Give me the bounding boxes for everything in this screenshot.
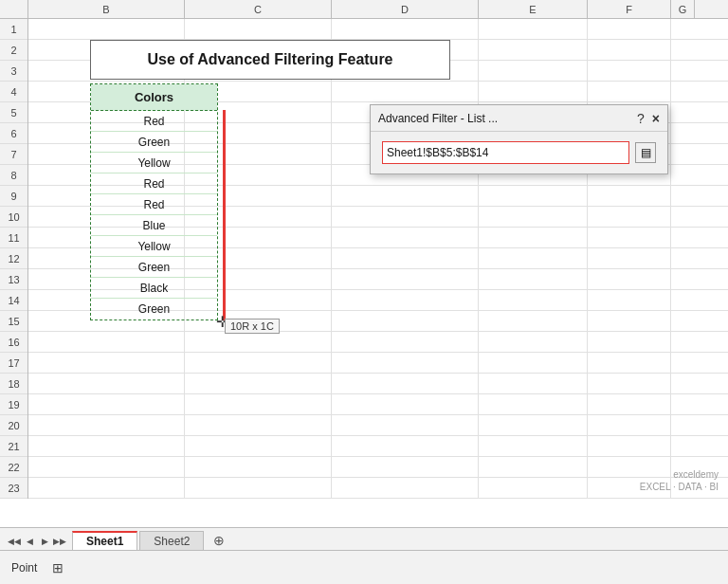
selection-border-vertical bbox=[223, 110, 226, 320]
tab-first-arrow[interactable]: ◀◀ bbox=[8, 533, 21, 550]
tab-last-arrow[interactable]: ▶▶ bbox=[53, 533, 66, 550]
col-header-c: C bbox=[185, 0, 332, 18]
selection-tooltip: 10R x 1C bbox=[225, 319, 280, 334]
collapse-dialog-button[interactable]: ▤ bbox=[635, 142, 656, 163]
dialog-help-button[interactable]: ? bbox=[637, 111, 645, 126]
row-num-2: 2 bbox=[0, 40, 27, 61]
colors-cell-red1[interactable]: Red bbox=[91, 111, 217, 132]
grid-row-17 bbox=[28, 353, 728, 374]
add-sheet-button[interactable]: ⊕ bbox=[209, 531, 228, 550]
col-header-d: D bbox=[332, 0, 479, 18]
row-num-22: 22 bbox=[0, 457, 27, 478]
row-num-21: 21 bbox=[0, 436, 27, 457]
row-num-23: 23 bbox=[0, 478, 27, 499]
colors-cell-red3[interactable]: Red bbox=[91, 194, 217, 215]
row-num-6: 6 bbox=[0, 123, 27, 144]
grid-row-19 bbox=[28, 394, 728, 415]
col-header-e: E bbox=[479, 0, 588, 18]
row-num-17: 17 bbox=[0, 353, 27, 374]
tab-prev-arrow[interactable]: ◀ bbox=[23, 533, 36, 550]
row-num-9: 9 bbox=[0, 186, 27, 207]
col-header-a bbox=[0, 0, 28, 18]
dialog-window-controls: ? × bbox=[637, 111, 660, 126]
watermark-line2: EXCEL · DATA · BI bbox=[640, 481, 719, 493]
row-num-10: 10 bbox=[0, 207, 27, 228]
grid-row-20 bbox=[28, 415, 728, 436]
colors-cell-green3[interactable]: Green bbox=[91, 299, 217, 319]
grid-row-18 bbox=[28, 374, 728, 394]
tab-next-arrow[interactable]: ▶ bbox=[38, 533, 51, 550]
row-num-1: 1 bbox=[0, 19, 27, 40]
row-num-15: 15 bbox=[0, 311, 27, 332]
watermark: exceldemy EXCEL · DATA · BI bbox=[640, 468, 719, 493]
row-num-8: 8 bbox=[0, 165, 27, 186]
colors-table: Colors Red Green Yellow Red Red Blue Yel… bbox=[90, 83, 218, 320]
grid-row-22 bbox=[28, 457, 728, 478]
statusbar: Point ⊞ bbox=[0, 550, 728, 584]
colors-table-header: Colors bbox=[91, 84, 217, 111]
tab-nav-arrows: ◀◀ ◀ ▶ ▶▶ bbox=[8, 533, 66, 550]
grid-row-16 bbox=[28, 332, 728, 353]
spreadsheet: B C D E F G 1 2 3 4 5 6 7 8 9 10 11 12 1… bbox=[0, 0, 728, 550]
status-icon: ⊞ bbox=[52, 560, 64, 575]
row-num-16: 16 bbox=[0, 332, 27, 353]
advanced-filter-dialog: Advanced Filter - List ... ? × ▤ bbox=[370, 104, 668, 174]
colors-cell-blue[interactable]: Blue bbox=[91, 215, 217, 236]
list-range-input[interactable] bbox=[382, 141, 629, 164]
colors-cell-red2[interactable]: Red bbox=[91, 173, 217, 194]
sheet-tab-sheet2[interactable]: Sheet2 bbox=[139, 531, 204, 550]
row-num-20: 20 bbox=[0, 415, 27, 436]
row-num-14: 14 bbox=[0, 290, 27, 311]
column-headers: B C D E F G bbox=[0, 0, 728, 19]
row-num-5: 5 bbox=[0, 102, 27, 123]
row-num-12: 12 bbox=[0, 248, 27, 269]
dialog-titlebar: Advanced Filter - List ... ? × bbox=[371, 105, 667, 132]
sheet-tab-sheet1[interactable]: Sheet1 bbox=[72, 531, 137, 550]
row-num-13: 13 bbox=[0, 269, 27, 290]
dialog-input-row: ▤ bbox=[382, 141, 656, 164]
colors-cell-green1[interactable]: Green bbox=[91, 132, 217, 153]
grid-row-23 bbox=[28, 478, 728, 499]
dialog-title: Advanced Filter - List ... bbox=[378, 112, 498, 125]
watermark-line1: exceldemy bbox=[640, 468, 719, 481]
row-num-7: 7 bbox=[0, 144, 27, 165]
row-num-18: 18 bbox=[0, 374, 27, 394]
colors-cell-yellow2[interactable]: Yellow bbox=[91, 236, 217, 257]
row-num-3: 3 bbox=[0, 61, 27, 82]
col-header-b: B bbox=[28, 0, 185, 18]
sheet-tabs-bar: ◀◀ ◀ ▶ ▶▶ Sheet1 Sheet2 ⊕ bbox=[0, 527, 728, 550]
status-mode-label: Point bbox=[0, 561, 48, 575]
collapse-icon: ▤ bbox=[641, 146, 651, 159]
row-numbers: 1 2 3 4 5 6 7 8 9 10 11 12 13 14 15 16 1… bbox=[0, 19, 28, 499]
dialog-close-button[interactable]: × bbox=[652, 111, 660, 126]
dialog-body: ▤ bbox=[371, 132, 667, 173]
row-num-4: 4 bbox=[0, 82, 27, 102]
colors-cell-green2[interactable]: Green bbox=[91, 257, 217, 278]
row-num-19: 19 bbox=[0, 394, 27, 415]
title-box: Use of Advanced Filtering Feature bbox=[90, 40, 450, 80]
col-header-f: F bbox=[588, 0, 671, 18]
grid-row-1 bbox=[28, 19, 728, 40]
grid-row-21 bbox=[28, 436, 728, 457]
colors-cell-black[interactable]: Black bbox=[91, 278, 217, 299]
col-header-g: G bbox=[671, 0, 695, 18]
page-title: Use of Advanced Filtering Feature bbox=[147, 51, 392, 68]
row-num-11: 11 bbox=[0, 228, 27, 248]
colors-cell-yellow1[interactable]: Yellow bbox=[91, 153, 217, 173]
